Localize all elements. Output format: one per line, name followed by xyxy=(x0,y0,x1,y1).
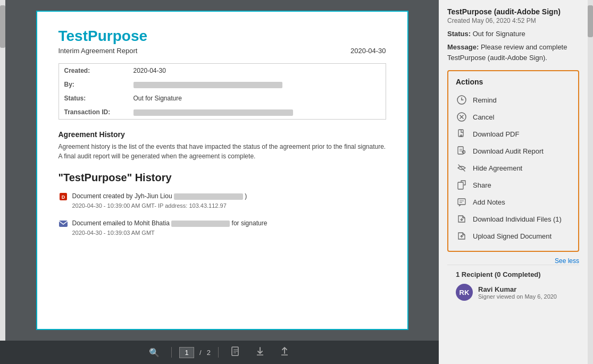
transaction-value xyxy=(128,105,386,119)
share-icon xyxy=(456,179,467,191)
history-emailed-icon xyxy=(59,219,68,228)
history-item-0: D Document created by Jyh-Jiun Liou ) 20… xyxy=(59,191,386,211)
cancel-icon xyxy=(456,111,467,123)
document-toolbar: 🔍 / 2 xyxy=(0,341,439,364)
action-download-pdf[interactable]: Download PDF xyxy=(456,125,571,142)
history-item-0-timestamp: 2020-04-30 - 10:39:00 AM GMT- IP address… xyxy=(72,201,247,211)
download-button[interactable] xyxy=(250,344,270,361)
created-label: Created: xyxy=(59,64,128,78)
action-share[interactable]: Share xyxy=(456,176,571,193)
cancel-label: Cancel xyxy=(473,113,494,121)
actions-box: Actions Remind Cancel Download xyxy=(447,70,579,252)
toolbar-divider-2 xyxy=(218,347,219,358)
upload-signed-icon xyxy=(456,230,467,242)
upload-icon xyxy=(279,346,290,359)
see-less-link[interactable]: See less xyxy=(447,257,579,265)
add-notes-label: Add Notes xyxy=(473,198,505,206)
history-item-0-text: Document created by Jyh-Jiun Liou xyxy=(72,192,174,200)
created-value: 2020-04-30 xyxy=(128,64,386,78)
svg-text:D: D xyxy=(61,194,65,200)
status-label: Status: xyxy=(447,30,471,38)
add-notes-icon xyxy=(456,196,467,208)
history-item-1: Document emailed to Mohit Bhatia for sig… xyxy=(59,218,386,238)
agreement-history-title: Agreement History xyxy=(59,130,386,139)
recipient-initials: RK xyxy=(460,289,470,297)
left-scrollbar[interactable] xyxy=(0,0,5,341)
history-item-1-timestamp: 2020-04-30 - 10:39:03 AM GMT xyxy=(72,228,268,238)
svg-line-20 xyxy=(458,165,465,171)
recipient-avatar: RK xyxy=(456,284,473,301)
recipient-viewed: Signer viewed on May 6, 2020 xyxy=(478,293,557,300)
action-cancel[interactable]: Cancel xyxy=(456,108,571,125)
toolbar-divider-1 xyxy=(171,347,172,358)
actions-title: Actions xyxy=(456,78,571,86)
page-input[interactable] xyxy=(179,347,194,358)
by-label: By: xyxy=(59,78,128,91)
page-separator: / xyxy=(199,349,202,357)
status-row: Status: Out for Signature xyxy=(447,30,579,38)
search-button[interactable]: 🔍 xyxy=(145,345,164,360)
download-audit-icon xyxy=(456,145,467,157)
download-individual-icon xyxy=(456,213,467,225)
agreement-created: Created May 06, 2020 4:52 PM xyxy=(447,17,579,24)
status-value: Out for Signature xyxy=(128,91,386,105)
right-panel: TestPurpose (audit-Adobe Sign) Created M… xyxy=(439,0,588,364)
remind-icon xyxy=(456,94,467,106)
status-value: Out for Signature xyxy=(473,30,525,38)
document-date: 2020-04-30 xyxy=(350,47,386,55)
agreement-history-text: Agreement history is the list of the eve… xyxy=(59,142,386,161)
action-download-audit[interactable]: Download Audit Report xyxy=(456,142,571,159)
agreement-title: TestPurpose (audit-Adobe Sign) xyxy=(447,7,579,16)
document-panel: TestPurpose Interim Agreement Report 202… xyxy=(0,0,439,364)
document-title: TestPurpose xyxy=(59,28,386,45)
file-view-button[interactable] xyxy=(226,344,245,361)
search-icon: 🔍 xyxy=(149,348,160,358)
document-page: TestPurpose Interim Agreement Report 202… xyxy=(36,11,408,330)
history-heading: "TestPurpose" History xyxy=(59,172,386,184)
action-hide-agreement[interactable]: Hide Agreement xyxy=(456,159,571,176)
document-subtitle: Interim Agreement Report xyxy=(59,47,138,55)
action-download-individual[interactable]: Download Individual Files (1) xyxy=(456,210,571,227)
file-view-icon xyxy=(230,346,241,359)
recipient-count: 1 Recipient (0 Completed) xyxy=(456,270,571,278)
download-individual-label: Download Individual Files (1) xyxy=(473,215,562,223)
svg-rect-2 xyxy=(59,221,68,227)
history-created-icon: D xyxy=(59,192,68,201)
svg-point-19 xyxy=(463,151,465,154)
transaction-label: Transaction ID: xyxy=(59,105,128,119)
upload-button[interactable] xyxy=(275,344,294,361)
upload-signed-label: Upload Signed Document xyxy=(473,232,552,240)
recipient-item: RK Ravi Kumar Signer viewed on May 6, 20… xyxy=(456,284,571,301)
download-pdf-label: Download PDF xyxy=(473,130,519,138)
share-label: Share xyxy=(473,181,491,189)
document-info-table: Created: 2020-04-30 By: Status: Out for … xyxy=(59,63,386,120)
svg-rect-22 xyxy=(458,199,465,205)
history-item-1-text: Document emailed to Mohit Bhatia xyxy=(72,219,172,227)
svg-rect-21 xyxy=(458,182,463,189)
remind-label: Remind xyxy=(473,96,497,104)
recipient-name: Ravi Kumar xyxy=(478,285,557,293)
hide-agreement-icon xyxy=(456,162,467,174)
right-panel-container: TestPurpose (audit-Adobe Sign) Created M… xyxy=(439,0,593,364)
download-audit-label: Download Audit Report xyxy=(473,147,544,155)
status-label: Status: xyxy=(59,91,128,105)
right-scrollbar[interactable] xyxy=(588,0,593,364)
page-total: 2 xyxy=(207,349,211,357)
action-add-notes[interactable]: Add Notes xyxy=(456,193,571,210)
hide-agreement-label: Hide Agreement xyxy=(473,164,522,172)
message-row: Message: Please review and complete Test… xyxy=(447,42,579,63)
download-icon xyxy=(255,346,265,359)
action-remind[interactable]: Remind xyxy=(456,91,571,108)
recipient-info: Ravi Kumar Signer viewed on May 6, 2020 xyxy=(478,285,557,300)
download-pdf-icon xyxy=(456,128,467,140)
action-upload-signed[interactable]: Upload Signed Document xyxy=(456,227,571,244)
by-value xyxy=(128,78,386,91)
message-label: Message: xyxy=(447,43,479,51)
document-scroll-area[interactable]: TestPurpose Interim Agreement Report 202… xyxy=(5,0,439,341)
recipient-section: 1 Recipient (0 Completed) RK Ravi Kumar … xyxy=(447,265,579,306)
